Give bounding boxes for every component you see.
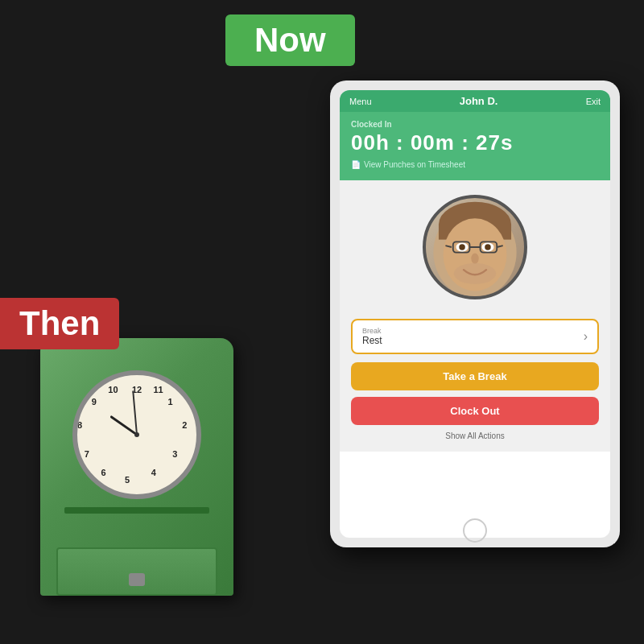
clock-num-10: 10 (108, 385, 118, 394)
clock-num-1: 1 (167, 397, 172, 407)
break-small-label: Break (362, 327, 382, 335)
old-clock: 12 1 2 3 4 5 6 7 8 9 10 11 (24, 306, 250, 596)
tablet-home-button[interactable] (463, 518, 487, 543)
clock-numbers: 12 1 2 3 4 5 6 7 8 9 10 11 (77, 375, 196, 494)
break-selection-row[interactable]: Break Rest › (351, 319, 599, 354)
clock-drawer (56, 547, 217, 596)
menu-label[interactable]: Menu (349, 97, 372, 106)
svg-point-14 (454, 263, 497, 284)
tablet-topbar: Menu John D. Exit (340, 90, 610, 112)
clock-hand-minute (132, 390, 138, 435)
avatar-circle (423, 195, 527, 299)
chevron-right-icon: › (584, 329, 588, 344)
clock-out-button[interactable]: Clock Out (351, 397, 599, 425)
clock-body: 12 1 2 3 4 5 6 7 8 9 10 11 (40, 338, 233, 596)
avatar-section (340, 180, 610, 311)
take-break-button[interactable]: Take a Break (351, 362, 599, 390)
clocked-in-label: Clocked In (351, 120, 599, 129)
then-label: Then (0, 298, 119, 349)
clock-center (134, 432, 139, 437)
clock-num-9: 9 (92, 397, 97, 407)
avatar-svg (426, 198, 524, 296)
break-info: Break Rest (362, 327, 382, 346)
svg-point-6 (459, 244, 465, 250)
clock-face: 12 1 2 3 4 5 6 7 8 9 10 11 (72, 370, 201, 499)
clock-num-11: 11 (154, 385, 163, 394)
svg-point-7 (485, 244, 491, 250)
drawer-lock (129, 573, 145, 586)
clock-num-3: 3 (172, 449, 177, 459)
clock-paper-slot (64, 507, 209, 514)
show-all-actions-link[interactable]: Show All Actions (351, 431, 599, 440)
tablet-device: Menu John D. Exit Clocked In 00h : 00m :… (330, 80, 620, 547)
actions-area: Break Rest › Take a Break Clock Out Show… (340, 311, 610, 452)
now-label: Now (225, 14, 355, 66)
document-icon: 📄 (351, 160, 361, 169)
clock-num-2: 2 (182, 420, 187, 430)
user-name: John D. (460, 95, 498, 107)
view-punches-text: View Punches on Timesheet (364, 160, 465, 169)
exit-label[interactable]: Exit (586, 97, 601, 106)
clock-num-4: 4 (151, 468, 156, 477)
clock-num-5: 5 (125, 475, 130, 485)
clocked-time-display: 00h : 00m : 27s (351, 130, 599, 155)
clock-num-8: 8 (77, 420, 82, 430)
tablet-screen: Menu John D. Exit Clocked In 00h : 00m :… (340, 90, 610, 538)
clock-num-7: 7 (85, 449, 89, 459)
view-punches-link[interactable]: 📄 View Punches on Timesheet (351, 160, 599, 169)
clock-num-6: 6 (101, 468, 105, 477)
break-main-label: Rest (362, 335, 382, 346)
clocked-in-section: Clocked In 00h : 00m : 27s 📄 View Punche… (340, 112, 610, 180)
clock-hand-hour (109, 415, 137, 436)
svg-point-13 (471, 254, 478, 264)
